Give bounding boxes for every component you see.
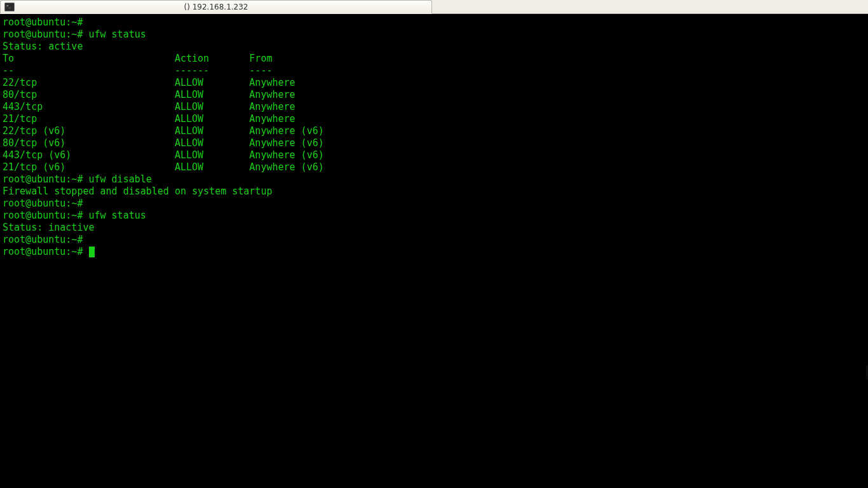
tab-title: () 192.168.1.232 — [184, 3, 248, 11]
terminal-line: 21/tcp ALLOW Anywhere — [3, 113, 865, 125]
terminal-line: root@ubuntu:~# ufw status — [3, 29, 865, 41]
terminal-line: 443/tcp (v6) ALLOW Anywhere (v6) — [3, 149, 865, 161]
tab-terminal-1[interactable]: >_ () 192.168.1.232 — [0, 0, 432, 14]
terminal-line: To Action From — [3, 53, 865, 65]
terminal-line: Firewall stopped and disabled on system … — [3, 186, 865, 198]
terminal-line: 22/tcp ALLOW Anywhere — [3, 77, 865, 89]
terminal-viewport[interactable]: root@ubuntu:~#root@ubuntu:~# ufw statusS… — [0, 14, 868, 488]
terminal-line: root@ubuntu:~# — [3, 198, 865, 210]
terminal-line: 443/tcp ALLOW Anywhere — [3, 101, 865, 113]
terminal-line: 80/tcp (v6) ALLOW Anywhere (v6) — [3, 137, 865, 149]
terminal-line: 80/tcp ALLOW Anywhere — [3, 89, 865, 101]
terminal-line: root@ubuntu:~# — [3, 234, 865, 246]
terminal-line: 21/tcp (v6) ALLOW Anywhere (v6) — [3, 161, 865, 173]
terminal-line: Status: inactive — [3, 222, 865, 234]
terminal-line: root@ubuntu:~# ufw status — [3, 210, 865, 222]
terminal-icon: >_ — [4, 2, 15, 12]
cursor — [89, 247, 95, 257]
terminal-line: root@ubuntu:~# ufw disable — [3, 173, 865, 186]
svg-text:>_: >_ — [6, 3, 11, 8]
tab-bar: >_ () 192.168.1.232 — [0, 0, 868, 14]
terminal-line: Status: active — [3, 41, 865, 53]
terminal-line: 22/tcp (v6) ALLOW Anywhere (v6) — [3, 125, 865, 137]
terminal-line: root@ubuntu:~# — [3, 17, 865, 29]
terminal-line: -- ------ ---- — [3, 65, 865, 77]
terminal-line: root@ubuntu:~# — [3, 246, 865, 258]
